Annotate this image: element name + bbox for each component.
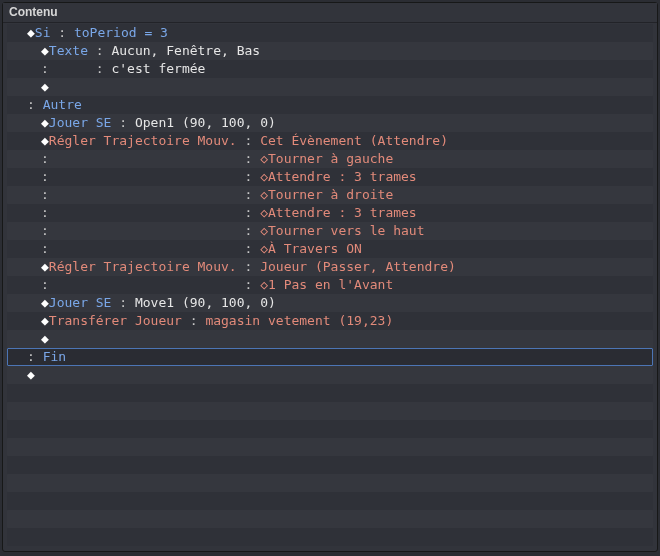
event-command-row[interactable]: ◆Transférer Joueur : magasin vetement (1… — [7, 312, 653, 330]
command-keyword: Jouer SE — [49, 115, 112, 130]
event-command-row[interactable]: ◆Jouer SE : Move1 (90, 100, 0) — [7, 294, 653, 312]
diamond-icon: ◆ — [41, 133, 49, 148]
command-value: Aucun, Fenêtre, Bas — [111, 43, 260, 58]
command-value: ◇Tourner vers le haut — [260, 223, 424, 238]
command-value: ◇À Travers ON — [260, 241, 362, 256]
event-command-row[interactable]: ◆ — [7, 366, 653, 384]
separator: : — [237, 169, 260, 184]
diamond-icon: ◆ — [27, 367, 35, 382]
event-command-row[interactable]: : : ◇Attendre : 3 trames — [7, 168, 653, 186]
separator: : — [50, 25, 73, 40]
event-command-row[interactable]: : : ◇1 Pas en l'Avant — [7, 276, 653, 294]
event-command-row-empty[interactable] — [7, 510, 653, 528]
command-value: ◇Tourner à gauche — [260, 151, 393, 166]
command-keyword: Texte — [49, 43, 88, 58]
separator: : — [237, 277, 260, 292]
separator: : — [237, 259, 260, 274]
event-command-row-empty[interactable] — [7, 420, 653, 438]
diamond-icon: ◆ — [41, 295, 49, 310]
separator: : — [88, 43, 111, 58]
command-value: toPeriod = 3 — [74, 25, 168, 40]
event-command-row-empty[interactable] — [7, 438, 653, 456]
event-command-row[interactable]: : : ◇Tourner à droite — [7, 186, 653, 204]
diamond-icon: ◆ — [41, 313, 49, 328]
command-value: ◇1 Pas en l'Avant — [260, 277, 393, 292]
command-keyword: : — [41, 223, 237, 238]
event-command-row[interactable]: : : ◇Attendre : 3 trames — [7, 204, 653, 222]
command-value: Joueur (Passer, Attendre) — [260, 259, 456, 274]
command-keyword: Jouer SE — [49, 295, 112, 310]
event-command-row[interactable]: ◆Régler Trajectoire Mouv. : Cet Évènemen… — [7, 132, 653, 150]
event-command-row[interactable]: ◆ — [7, 78, 653, 96]
command-keyword: : — [41, 61, 88, 76]
event-command-row[interactable]: ◆Si : toPeriod = 3 — [7, 24, 653, 42]
diamond-icon: ◆ — [41, 79, 49, 94]
separator: : — [237, 151, 260, 166]
command-value: Autre — [43, 97, 82, 112]
event-command-row-empty[interactable] — [7, 492, 653, 510]
event-content-panel: Contenu ◆Si : toPeriod = 3◆Texte : Aucun… — [2, 2, 658, 552]
event-command-row[interactable]: : : ◇Tourner vers le haut — [7, 222, 653, 240]
event-command-row-empty[interactable] — [7, 474, 653, 492]
event-command-row-empty[interactable] — [7, 528, 653, 546]
event-command-row[interactable]: : : c'est fermée — [7, 60, 653, 78]
command-keyword: : — [27, 349, 43, 364]
separator: : — [111, 295, 134, 310]
event-command-row[interactable]: : : ◇À Travers ON — [7, 240, 653, 258]
diamond-icon: ◆ — [27, 25, 35, 40]
event-command-list[interactable]: ◆Si : toPeriod = 3◆Texte : Aucun, Fenêtr… — [3, 23, 657, 551]
command-keyword: Régler Trajectoire Mouv. — [49, 133, 237, 148]
command-keyword: : — [41, 277, 237, 292]
separator: : — [237, 187, 260, 202]
event-command-row-empty[interactable] — [7, 402, 653, 420]
event-command-row[interactable]: : : ◇Tourner à gauche — [7, 150, 653, 168]
diamond-icon: ◆ — [41, 43, 49, 58]
command-value: c'est fermée — [111, 61, 205, 76]
separator: : — [111, 115, 134, 130]
event-command-row-empty[interactable] — [7, 456, 653, 474]
command-keyword: : — [41, 169, 237, 184]
command-value: Fin — [43, 349, 66, 364]
diamond-icon: ◆ — [41, 331, 49, 346]
panel-title: Contenu — [3, 3, 657, 23]
separator: : — [237, 223, 260, 238]
event-command-row[interactable]: ◆Jouer SE : Open1 (90, 100, 0) — [7, 114, 653, 132]
command-keyword: Si — [35, 25, 51, 40]
event-command-row[interactable]: : Fin — [7, 348, 653, 366]
diamond-icon: ◆ — [41, 115, 49, 130]
event-command-row-empty[interactable] — [7, 384, 653, 402]
command-value: ◇Attendre : 3 trames — [260, 169, 417, 184]
command-keyword: : — [41, 205, 237, 220]
event-command-row[interactable]: : Autre — [7, 96, 653, 114]
separator: : — [237, 241, 260, 256]
diamond-icon: ◆ — [41, 259, 49, 274]
command-value: magasin vetement (19,23) — [205, 313, 393, 328]
separator: : — [182, 313, 205, 328]
command-value: Move1 (90, 100, 0) — [135, 295, 276, 310]
command-keyword: Transférer Joueur — [49, 313, 182, 328]
command-value: Open1 (90, 100, 0) — [135, 115, 276, 130]
command-keyword: : — [41, 241, 237, 256]
separator: : — [237, 133, 260, 148]
command-value: ◇Tourner à droite — [260, 187, 393, 202]
separator: : — [88, 61, 111, 76]
command-keyword: Régler Trajectoire Mouv. — [49, 259, 237, 274]
command-value: ◇Attendre : 3 trames — [260, 205, 417, 220]
separator: : — [237, 205, 260, 220]
event-command-row[interactable]: ◆Régler Trajectoire Mouv. : Joueur (Pass… — [7, 258, 653, 276]
event-command-row[interactable]: ◆ — [7, 330, 653, 348]
command-keyword: : — [41, 187, 237, 202]
command-keyword: : — [27, 97, 43, 112]
command-value: Cet Évènement (Attendre) — [260, 133, 448, 148]
command-keyword: : — [41, 151, 237, 166]
event-command-row[interactable]: ◆Texte : Aucun, Fenêtre, Bas — [7, 42, 653, 60]
